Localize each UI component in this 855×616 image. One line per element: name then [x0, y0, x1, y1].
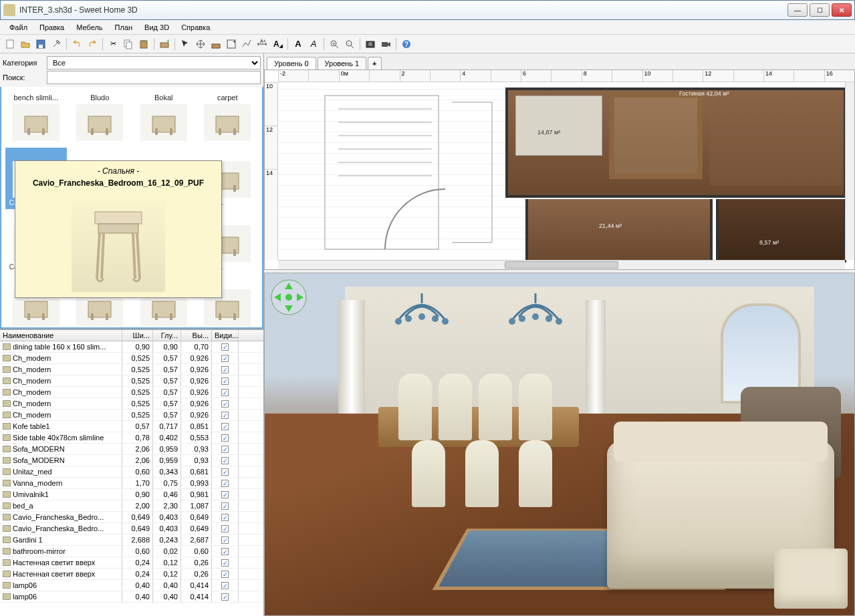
- col-depth[interactable]: Глу...: [153, 330, 181, 341]
- furniture-catalog[interactable]: bench slimli...BludoBokalcarpetCa...Fran…: [0, 87, 263, 329]
- col-name[interactable]: Наименование: [0, 330, 122, 341]
- col-width[interactable]: Ши...: [122, 330, 153, 341]
- category-select[interactable]: Все: [47, 56, 261, 69]
- table-row[interactable]: lamp060,400,400,414✓: [0, 591, 263, 603]
- view-3d[interactable]: [264, 273, 855, 616]
- table-row[interactable]: Gardini 12,6880,2432,687✓: [0, 534, 263, 546]
- search-input[interactable]: [47, 71, 261, 84]
- tooltip-name: Cavio_Francheska_Bedroom_16_12_09_PUF: [21, 178, 216, 188]
- menu-3dview[interactable]: Вид 3D: [139, 21, 174, 33]
- create-dimensions-icon[interactable]: A+: [255, 37, 269, 51]
- copy-icon[interactable]: [121, 37, 136, 51]
- text-italic-icon[interactable]: A: [306, 37, 321, 51]
- catalog-item[interactable]: bench slimli...: [5, 91, 67, 145]
- new-icon[interactable]: [3, 37, 17, 51]
- create-text-icon[interactable]: A◢: [270, 37, 285, 51]
- category-label: Категория: [3, 59, 44, 67]
- plan-scrollbar-v[interactable]: [845, 82, 854, 260]
- svg-text:-: -: [348, 40, 350, 46]
- pan-icon[interactable]: [193, 37, 208, 51]
- table-row[interactable]: Kofe table10,570,7170,851✓: [0, 421, 263, 432]
- col-height[interactable]: Вы...: [181, 330, 212, 341]
- add-furniture-icon[interactable]: +: [157, 37, 172, 51]
- svg-text:+: +: [233, 39, 236, 45]
- table-row[interactable]: Cavio_Francheska_Bedro...0,6490,4030,649…: [0, 523, 263, 534]
- room-label-living: Гостиная 42,04 м²: [679, 90, 729, 97]
- close-button[interactable]: ✕: [832, 3, 852, 17]
- plan-view[interactable]: -20м246810121416 101214 Гостиная 42,04 м…: [264, 69, 855, 270]
- help-icon[interactable]: ?: [399, 37, 414, 51]
- select-icon[interactable]: [178, 37, 193, 51]
- table-row[interactable]: Настенная светит вверх0,240,120,26✓: [0, 557, 263, 569]
- zoom-out-icon[interactable]: -: [342, 37, 357, 51]
- svg-point-75: [405, 315, 412, 322]
- table-row[interactable]: Cavio_Francheska_Bedro...0,6490,4030,649…: [0, 512, 263, 523]
- table-row[interactable]: Unitaz_med0,600,3430,681✓: [0, 466, 263, 478]
- create-polyline-icon[interactable]: [239, 37, 254, 51]
- svg-rect-46: [233, 185, 236, 192]
- table-row[interactable]: Ch_modern0,5250,570,926✓: [0, 387, 263, 398]
- svg-rect-2: [39, 45, 43, 48]
- catalog-item[interactable]: carpet: [197, 91, 259, 145]
- menu-furniture[interactable]: Мебель: [71, 21, 108, 33]
- svg-point-85: [285, 294, 292, 301]
- text-bold-icon[interactable]: A: [291, 37, 306, 51]
- svg-point-77: [432, 315, 439, 322]
- tab-level-0[interactable]: Уровень 0: [267, 57, 316, 69]
- catalog-item[interactable]: Bludo: [70, 91, 131, 145]
- catalog-item[interactable]: Bokal: [133, 91, 195, 145]
- plan-tabs: Уровень 0 Уровень 1 +: [264, 53, 855, 69]
- menu-help[interactable]: Справка: [176, 21, 215, 33]
- save-icon[interactable]: [33, 37, 48, 51]
- furniture-list[interactable]: Наименование Ши... Глу... Вы... Види... …: [0, 329, 263, 616]
- minimize-button[interactable]: —: [787, 3, 808, 17]
- maximize-button[interactable]: ☐: [810, 3, 830, 17]
- table-row[interactable]: lamp060,400,400,414✓: [0, 580, 263, 591]
- col-visible[interactable]: Види...: [212, 330, 239, 341]
- room-label-2: 21,44 м²: [599, 222, 622, 229]
- table-row[interactable]: Настенная светит вверх0,240,120,26✓: [0, 569, 263, 580]
- cut-icon[interactable]: ✂: [106, 37, 120, 51]
- svg-rect-30: [155, 128, 158, 135]
- table-row[interactable]: Ch_modern0,5250,570,926✓: [0, 398, 263, 410]
- room-label-3: 8,57 м²: [759, 239, 779, 246]
- svg-rect-60: [27, 313, 30, 320]
- table-row[interactable]: Ch_modern0,5250,570,926✓: [0, 410, 263, 421]
- svg-point-76: [418, 313, 425, 320]
- create-walls-icon[interactable]: [209, 37, 223, 51]
- nav-compass[interactable]: [270, 279, 308, 316]
- svg-rect-4: [126, 42, 132, 49]
- menu-edit[interactable]: Правка: [34, 21, 70, 33]
- menu-plan[interactable]: План: [110, 21, 138, 33]
- open-icon[interactable]: [18, 37, 33, 51]
- table-row[interactable]: Ch_modern0,5250,570,926✓: [0, 375, 263, 387]
- paste-icon[interactable]: [136, 37, 151, 51]
- table-row[interactable]: dining table 160 x 160 slim...0,900,900,…: [0, 341, 263, 353]
- video-icon[interactable]: [378, 37, 393, 51]
- menu-file[interactable]: Файл: [4, 21, 33, 33]
- table-row[interactable]: Umivalnik10,900,460,981✓: [0, 489, 263, 500]
- table-row[interactable]: bathroom-mirror0,600,020,60✓: [0, 546, 263, 557]
- table-row[interactable]: Sofa_MODERN2,060,9590,93✓: [0, 455, 263, 466]
- table-row[interactable]: Side table 40x78cm slimline0,780,4020,55…: [0, 432, 263, 444]
- tab-add-level[interactable]: +: [368, 57, 381, 69]
- undo-icon[interactable]: [70, 37, 84, 51]
- table-row[interactable]: Ch_modern0,5250,570,926✓: [0, 353, 263, 364]
- room-label-1: 14,87 м²: [537, 129, 560, 136]
- plan-scrollbar-h[interactable]: [278, 260, 845, 269]
- table-row[interactable]: Sofa_MODERN2,060,9590,93✓: [0, 444, 263, 455]
- chandelier-icon: [499, 293, 572, 340]
- svg-rect-67: [170, 313, 172, 320]
- svg-point-83: [556, 318, 562, 325]
- preferences-icon[interactable]: [49, 37, 64, 51]
- table-row[interactable]: Ch_modern0,5250,570,926✓: [0, 364, 263, 375]
- create-rooms-icon[interactable]: +: [224, 37, 239, 51]
- zoom-in-icon[interactable]: +: [327, 37, 342, 51]
- svg-text:+: +: [332, 41, 336, 47]
- table-row[interactable]: Vanna_modern1,700,750,993✓: [0, 478, 263, 489]
- tab-level-1[interactable]: Уровень 1: [318, 57, 367, 69]
- photo-icon[interactable]: [363, 37, 378, 51]
- table-row[interactable]: bed_a2,002,301,087✓: [0, 500, 263, 512]
- redo-icon[interactable]: [85, 37, 100, 51]
- plan-canvas[interactable]: Гостиная 42,04 м² 14,87 м² 21,44 м² 8,57…: [278, 82, 845, 260]
